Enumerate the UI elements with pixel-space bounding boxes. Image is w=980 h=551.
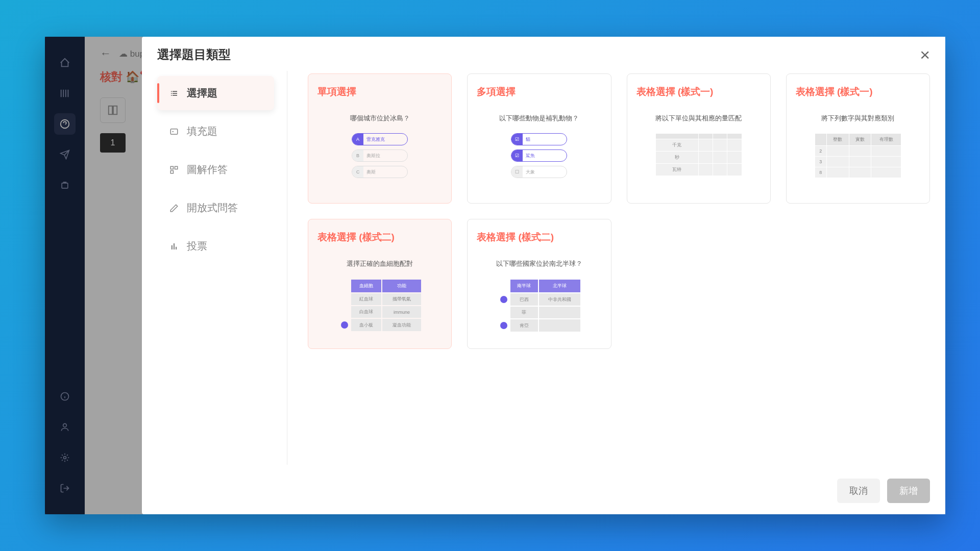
card-title: 表格選擇 (樣式一): [636, 85, 761, 98]
category-label: 開放式問答: [187, 201, 238, 215]
fill-icon: [168, 126, 180, 137]
modal-title: 選擇題目類型: [157, 46, 231, 63]
card-preview: 哪個城市位於冰島？ A雷克雅克 B奧斯拉 C奧斯: [317, 114, 442, 192]
card-preview: 以下哪些國家位於南北半球？ 南半球北半球 巴西中非共和國 菲 肯亞: [477, 259, 601, 337]
category-label: 投票: [187, 239, 207, 253]
diagram-icon: [168, 164, 180, 176]
card-title: 單項選擇: [317, 85, 442, 98]
close-icon[interactable]: ×: [920, 46, 930, 63]
cancel-button[interactable]: 取消: [837, 479, 880, 503]
card-title: 表格選擇 (樣式二): [317, 231, 442, 244]
card-preview: 選擇正確的血細胞配對 血細胞功能 紅血球攜帶氧氣 白血球immune 血小板凝血…: [317, 259, 442, 337]
card-table-style1a[interactable]: 表格選擇 (樣式一) 將以下單位與其相應的量匹配 千克 秒 瓦特: [627, 73, 771, 204]
category-poll[interactable]: 投票: [157, 229, 274, 263]
category-label: 圖解作答: [187, 163, 228, 177]
svg-rect-8: [170, 166, 173, 169]
category-diagram[interactable]: 圖解作答: [157, 153, 274, 187]
category-label: 填充題: [187, 124, 217, 138]
poll-icon: [168, 241, 180, 252]
card-table-style2a[interactable]: 表格選擇 (樣式二) 選擇正確的血細胞配對 血細胞功能 紅血球攜帶氧氣 白血球i…: [308, 219, 452, 349]
card-table-style1b[interactable]: 表格選擇 (樣式一) 將下列數字與其對應類別 整數實數有理數 2 3 8: [786, 73, 930, 204]
card-single-choice[interactable]: 單項選擇 哪個城市位於冰島？ A雷克雅克 B奧斯拉 C奧斯: [308, 73, 452, 204]
choice-icon: [168, 88, 180, 99]
card-title: 表格選擇 (樣式二): [477, 231, 601, 244]
cards-grid: 單項選擇 哪個城市位於冰島？ A雷克雅克 B奧斯拉 C奧斯 多項選擇 以下哪些動…: [287, 71, 930, 465]
svg-rect-9: [175, 166, 178, 169]
card-title: 多項選擇: [477, 85, 601, 98]
category-sidebar: 選擇題 填充題 圖解作答: [157, 71, 287, 465]
question-type-modal: 選擇題目類型 × 選擇題 填充題: [142, 37, 945, 514]
modal-overlay[interactable]: 選擇題目類型 × 選擇題 填充題: [45, 37, 945, 514]
svg-rect-10: [170, 170, 173, 173]
card-title: 表格選擇 (樣式一): [796, 85, 920, 98]
card-preview: 將下列數字與其對應類別 整數實數有理數 2 3 8: [796, 114, 920, 192]
category-choice[interactable]: 選擇題: [157, 76, 274, 110]
confirm-button[interactable]: 新增: [887, 479, 930, 503]
pen-icon: [168, 203, 180, 214]
modal-footer: 取消 新增: [142, 467, 945, 514]
card-table-style2b[interactable]: 表格選擇 (樣式二) 以下哪些國家位於南北半球？ 南半球北半球 巴西中非共和國 …: [467, 219, 611, 349]
card-preview: 將以下單位與其相應的量匹配 千克 秒 瓦特: [636, 114, 761, 192]
category-label: 選擇題: [187, 86, 217, 100]
card-preview: 以下哪些動物是補乳動物？ ☑貓 ☑鯊魚 ☐大象: [477, 114, 601, 192]
category-fill[interactable]: 填充題: [157, 114, 274, 148]
card-multi-choice[interactable]: 多項選擇 以下哪些動物是補乳動物？ ☑貓 ☑鯊魚 ☐大象: [467, 73, 611, 204]
svg-rect-7: [170, 129, 178, 134]
category-open[interactable]: 開放式問答: [157, 191, 274, 225]
